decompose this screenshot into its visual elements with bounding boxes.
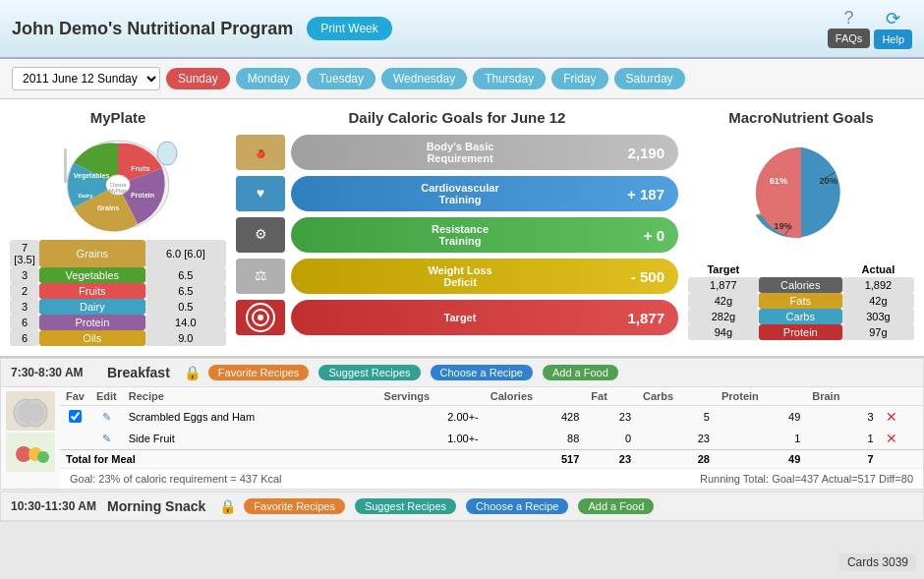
myplate-oils-row: 6 Oils 9.0 [10, 330, 226, 346]
macro-fats-row: 42g Fats 42g [688, 293, 914, 309]
eggs-servings: 2.00+- [378, 406, 485, 429]
fruit-protein: 1 [716, 428, 806, 450]
breakfast-total-calories: 517 [485, 450, 586, 469]
svg-text:🍎: 🍎 [256, 148, 265, 158]
svg-point-36 [37, 451, 49, 463]
faqs-button[interactable]: FAQs [828, 29, 871, 48]
col-recipe: Recipe [123, 387, 378, 406]
breakfast-total-label: Total for Meal [60, 450, 378, 469]
myplate-fruits-row: 2 Fruits 6.5 [10, 283, 226, 299]
myplate-title: MyPlate [10, 109, 226, 126]
morning-snack-name: Morning Snack [107, 498, 205, 514]
caloric-bar-deficit: Weight LossDeficit - 500 [291, 259, 678, 294]
eggs-fat: 23 [585, 406, 637, 429]
myplate-vegetables-row: 3 Vegetables 6.5 [10, 267, 226, 283]
macro-section: MacroNutrient Goals 61% 19% 20% [688, 109, 914, 346]
breakfast-table: Fav Edit Recipe Servings Calories Fat Ca… [60, 387, 923, 468]
fruit-carbs: 23 [637, 428, 716, 450]
breakfast-section: 7:30-8:30 AM Breakfast 🔒 Favorite Recipe… [0, 358, 924, 490]
caloric-bar-cardio: CardiovascularTraining + 187 [291, 176, 678, 211]
svg-text:⚖: ⚖ [255, 267, 267, 283]
caloric-rows: 🍎 Body's BasicRequirement 2,190 ♥ Cardio… [236, 134, 678, 336]
myplate-section: MyPlate [10, 109, 226, 346]
main-content: MyPlate [0, 99, 924, 358]
snack-add-food-button[interactable]: Add a Food [578, 498, 654, 514]
breakfast-choose-recipe-button[interactable]: Choose a Recipe [431, 365, 533, 380]
snack-favorite-recipes-button[interactable]: Favorite Recipes [244, 498, 345, 514]
snack-lock-icon: 🔒 [219, 498, 236, 514]
snack-suggest-recipes-button[interactable]: Suggest Recipes [355, 498, 456, 514]
wednesday-button[interactable]: Wednesday [381, 68, 467, 89]
breakfast-add-food-button[interactable]: Add a Food [543, 365, 618, 380]
breakfast-favorite-recipes-button[interactable]: Favorite Recipes [208, 365, 310, 380]
macro-table: Target Actual 1,877 Calories 1,892 42g F… [688, 261, 914, 340]
col-fav: Fav [60, 387, 90, 406]
snack-choose-recipe-button[interactable]: Choose a Recipe [466, 498, 568, 514]
eggs-delete-button[interactable]: ✕ [886, 409, 897, 425]
monday-button[interactable]: Monday [236, 68, 302, 89]
myplate-table: 7 [3.5] Grains 6.0 [6.0] 3 Vegetables 6.… [10, 240, 226, 346]
caloric-bar-basic: Body's BasicRequirement 2,190 [291, 135, 678, 170]
col-edit: Edit [90, 387, 123, 406]
svg-text:♥: ♥ [257, 185, 264, 201]
caloric-img-resistance: ⚙ [236, 217, 285, 253]
svg-text:Protein: Protein [131, 192, 154, 199]
caloric-img-cardio: ♥ [236, 176, 285, 211]
fruit-fat: 0 [585, 428, 637, 450]
caloric-row-basic: 🍎 Body's BasicRequirement 2,190 [236, 134, 678, 171]
svg-text:⚙: ⚙ [255, 226, 267, 242]
fruit-delete-button[interactable]: ✕ [886, 431, 897, 446]
app-title: John Demo's Nutritional Program [12, 19, 293, 39]
breakfast-goal-text: Goal: 23% of caloric requirement = 437 K… [70, 473, 282, 485]
breakfast-total-row: Total for Meal 517 23 28 49 7 [60, 450, 923, 469]
eggs-fav-checkbox[interactable] [69, 410, 82, 423]
col-calories: Calories [485, 387, 586, 406]
thursday-button[interactable]: Thursday [473, 68, 546, 89]
svg-point-32 [28, 403, 43, 423]
caloric-title: Daily Caloric Goals for June 12 [236, 109, 678, 126]
col-brain: Brain [806, 387, 879, 406]
help-button[interactable]: Help [874, 29, 912, 49]
svg-text:20%: 20% [819, 176, 837, 186]
caloric-bar-resistance: ResistanceTraining + 0 [291, 217, 678, 253]
myplate-grains-row: 7 [3.5] Grains 6.0 [6.0] [10, 240, 226, 267]
caloric-img-basic: 🍎 [236, 135, 285, 170]
breakfast-time: 7:30-8:30 AM [11, 366, 99, 379]
header-icons: ? FAQs ⟳ Help [828, 8, 912, 49]
saturday-button[interactable]: Saturday [614, 68, 685, 89]
macro-protein-row: 94g Protein 97g [688, 324, 914, 340]
eggs-calories: 428 [485, 406, 586, 429]
tuesday-button[interactable]: Tuesday [307, 68, 375, 89]
col-servings: Servings [378, 387, 485, 406]
friday-button[interactable]: Friday [551, 68, 607, 89]
svg-text:19%: 19% [774, 221, 791, 231]
fruit-recipe-name: Side Fruit [123, 428, 378, 450]
eggs-protein: 49 [716, 406, 806, 429]
scrambled-eggs-img [6, 391, 55, 431]
breakfast-images [1, 387, 60, 489]
caloric-row-deficit: ⚖ Weight LossDeficit - 500 [236, 258, 678, 295]
breakfast-total-fat: 23 [585, 450, 637, 469]
myplate-protein-row: 6 Protein 14.0 [10, 315, 226, 330]
day-navigation: 2011 June 12 Sunday Sunday Monday Tuesda… [0, 59, 924, 99]
fruit-brain: 1 [806, 428, 879, 450]
caloric-row-target: Target 1,877 [236, 299, 678, 336]
svg-point-22 [258, 315, 263, 320]
col-fat: Fat [585, 387, 637, 406]
caloric-bar-target: Target 1,877 [291, 300, 678, 335]
eggs-carbs: 5 [637, 406, 716, 429]
svg-text:Dairy: Dairy [78, 193, 93, 199]
breakfast-goal-row: Goal: 23% of caloric requirement = 437 K… [60, 468, 923, 489]
caloric-section: Daily Caloric Goals for June 12 🍎 Body's… [236, 109, 678, 346]
caloric-img-target [236, 300, 285, 335]
print-week-button[interactable]: Print Week [307, 17, 391, 40]
date-select[interactable]: 2011 June 12 Sunday [12, 67, 160, 90]
fruit-edit-icon[interactable]: ✎ [102, 433, 111, 444]
svg-text:Vegetables: Vegetables [74, 172, 110, 180]
breakfast-suggest-recipes-button[interactable]: Suggest Recipes [318, 365, 420, 380]
breakfast-total-carbs: 28 [637, 450, 716, 469]
sunday-button[interactable]: Sunday [166, 68, 230, 89]
fruit-calories: 88 [485, 428, 586, 450]
morning-snack-time: 10:30-11:30 AM [11, 499, 99, 513]
eggs-edit-icon[interactable]: ✎ [102, 411, 111, 423]
